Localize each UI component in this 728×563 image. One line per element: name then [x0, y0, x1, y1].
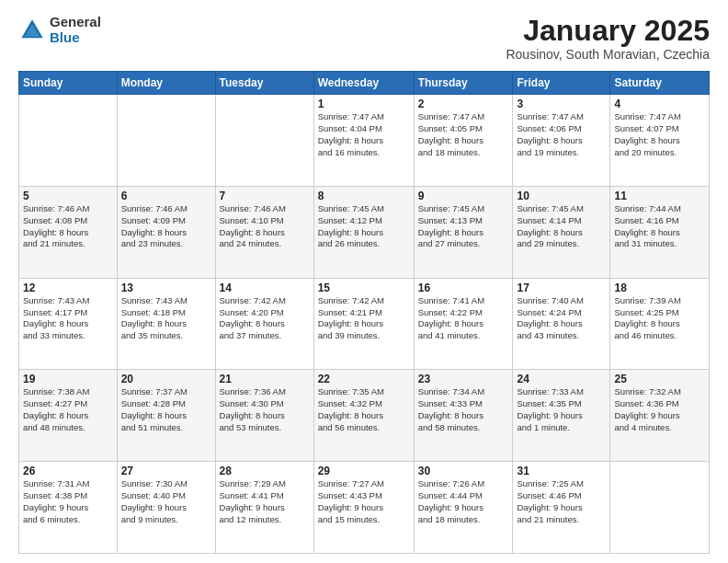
calendar-cell — [610, 462, 710, 554]
day-info: Sunrise: 7:40 AM Sunset: 4:24 PM Dayligh… — [517, 295, 606, 342]
day-info: Sunrise: 7:36 AM Sunset: 4:30 PM Dayligh… — [220, 386, 310, 433]
day-number: 2 — [418, 98, 509, 110]
day-number: 17 — [517, 282, 606, 294]
day-number: 9 — [418, 190, 509, 202]
day-info: Sunrise: 7:46 AM Sunset: 4:09 PM Dayligh… — [121, 203, 211, 250]
day-number: 14 — [220, 282, 310, 294]
day-info: Sunrise: 7:42 AM Sunset: 4:20 PM Dayligh… — [220, 295, 310, 342]
calendar-cell: 19Sunrise: 7:38 AM Sunset: 4:27 PM Dayli… — [19, 370, 118, 462]
weekday-header-thursday: Thursday — [414, 72, 513, 95]
day-info: Sunrise: 7:31 AM Sunset: 4:38 PM Dayligh… — [23, 478, 113, 525]
header: General Blue January 2025 Rousinov, Sout… — [18, 15, 710, 62]
day-info: Sunrise: 7:45 AM Sunset: 4:14 PM Dayligh… — [517, 203, 606, 250]
day-info: Sunrise: 7:37 AM Sunset: 4:28 PM Dayligh… — [121, 386, 211, 433]
weekday-header-monday: Monday — [117, 72, 215, 95]
logo-blue: Blue — [50, 30, 101, 46]
calendar-cell: 24Sunrise: 7:33 AM Sunset: 4:35 PM Dayli… — [513, 370, 610, 462]
day-info: Sunrise: 7:29 AM Sunset: 4:41 PM Dayligh… — [220, 478, 310, 525]
calendar-cell: 4Sunrise: 7:47 AM Sunset: 4:07 PM Daylig… — [610, 95, 710, 187]
day-number: 30 — [418, 465, 509, 477]
calendar-header: SundayMondayTuesdayWednesdayThursdayFrid… — [19, 72, 710, 95]
calendar-cell — [19, 95, 118, 187]
calendar-cell: 3Sunrise: 7:47 AM Sunset: 4:06 PM Daylig… — [513, 95, 610, 187]
day-number: 10 — [517, 190, 606, 202]
day-info: Sunrise: 7:46 AM Sunset: 4:10 PM Dayligh… — [220, 203, 310, 250]
day-number: 20 — [121, 373, 211, 385]
calendar-cell: 6Sunrise: 7:46 AM Sunset: 4:09 PM Daylig… — [117, 186, 215, 278]
day-info: Sunrise: 7:47 AM Sunset: 4:06 PM Dayligh… — [517, 111, 606, 158]
day-info: Sunrise: 7:35 AM Sunset: 4:32 PM Dayligh… — [318, 386, 410, 433]
day-info: Sunrise: 7:46 AM Sunset: 4:08 PM Dayligh… — [23, 203, 113, 250]
day-info: Sunrise: 7:33 AM Sunset: 4:35 PM Dayligh… — [517, 386, 606, 433]
calendar-cell: 15Sunrise: 7:42 AM Sunset: 4:21 PM Dayli… — [313, 278, 414, 370]
logo: General Blue — [18, 15, 101, 45]
calendar-cell: 14Sunrise: 7:42 AM Sunset: 4:20 PM Dayli… — [215, 278, 313, 370]
calendar-cell: 17Sunrise: 7:40 AM Sunset: 4:24 PM Dayli… — [513, 278, 610, 370]
day-number: 21 — [220, 373, 310, 385]
calendar-cell: 20Sunrise: 7:37 AM Sunset: 4:28 PM Dayli… — [117, 370, 215, 462]
calendar-cell: 21Sunrise: 7:36 AM Sunset: 4:30 PM Dayli… — [215, 370, 313, 462]
week-row-5: 26Sunrise: 7:31 AM Sunset: 4:38 PM Dayli… — [19, 462, 710, 554]
day-info: Sunrise: 7:30 AM Sunset: 4:40 PM Dayligh… — [121, 478, 211, 525]
weekday-header-tuesday: Tuesday — [215, 72, 313, 95]
calendar-cell: 1Sunrise: 7:47 AM Sunset: 4:04 PM Daylig… — [313, 95, 414, 187]
day-number: 5 — [23, 190, 113, 202]
day-info: Sunrise: 7:32 AM Sunset: 4:36 PM Dayligh… — [614, 386, 705, 433]
week-row-3: 12Sunrise: 7:43 AM Sunset: 4:17 PM Dayli… — [19, 278, 710, 370]
day-info: Sunrise: 7:41 AM Sunset: 4:22 PM Dayligh… — [418, 295, 509, 342]
calendar-cell: 18Sunrise: 7:39 AM Sunset: 4:25 PM Dayli… — [610, 278, 710, 370]
weekday-header-friday: Friday — [513, 72, 610, 95]
day-number: 11 — [614, 190, 705, 202]
calendar-cell: 10Sunrise: 7:45 AM Sunset: 4:14 PM Dayli… — [513, 186, 610, 278]
day-number: 3 — [517, 98, 606, 110]
day-number: 19 — [23, 373, 113, 385]
day-info: Sunrise: 7:25 AM Sunset: 4:46 PM Dayligh… — [517, 478, 606, 525]
calendar-cell: 25Sunrise: 7:32 AM Sunset: 4:36 PM Dayli… — [610, 370, 710, 462]
calendar-body: 1Sunrise: 7:47 AM Sunset: 4:04 PM Daylig… — [19, 95, 710, 554]
logo-general: General — [50, 15, 101, 30]
day-info: Sunrise: 7:45 AM Sunset: 4:12 PM Dayligh… — [318, 203, 410, 250]
day-number: 26 — [23, 465, 113, 477]
day-number: 7 — [220, 190, 310, 202]
day-number: 18 — [614, 282, 705, 294]
weekday-row: SundayMondayTuesdayWednesdayThursdayFrid… — [19, 72, 710, 95]
day-number: 29 — [318, 465, 410, 477]
logo-text: General Blue — [50, 15, 101, 45]
calendar-cell: 30Sunrise: 7:26 AM Sunset: 4:44 PM Dayli… — [414, 462, 513, 554]
weekday-header-wednesday: Wednesday — [313, 72, 414, 95]
calendar-cell: 23Sunrise: 7:34 AM Sunset: 4:33 PM Dayli… — [414, 370, 513, 462]
day-number: 22 — [318, 373, 410, 385]
day-info: Sunrise: 7:38 AM Sunset: 4:27 PM Dayligh… — [23, 386, 113, 433]
calendar-cell: 13Sunrise: 7:43 AM Sunset: 4:18 PM Dayli… — [117, 278, 215, 370]
day-number: 8 — [318, 190, 410, 202]
week-row-2: 5Sunrise: 7:46 AM Sunset: 4:08 PM Daylig… — [19, 186, 710, 278]
day-info: Sunrise: 7:39 AM Sunset: 4:25 PM Dayligh… — [614, 295, 705, 342]
page: General Blue January 2025 Rousinov, Sout… — [0, 0, 728, 563]
day-info: Sunrise: 7:26 AM Sunset: 4:44 PM Dayligh… — [418, 478, 509, 525]
day-number: 24 — [517, 373, 606, 385]
day-number: 31 — [517, 465, 606, 477]
day-number: 28 — [220, 465, 310, 477]
calendar-cell: 5Sunrise: 7:46 AM Sunset: 4:08 PM Daylig… — [19, 186, 118, 278]
calendar-cell: 28Sunrise: 7:29 AM Sunset: 4:41 PM Dayli… — [215, 462, 313, 554]
day-info: Sunrise: 7:44 AM Sunset: 4:16 PM Dayligh… — [614, 203, 705, 250]
day-info: Sunrise: 7:43 AM Sunset: 4:17 PM Dayligh… — [23, 295, 113, 342]
day-info: Sunrise: 7:47 AM Sunset: 4:04 PM Dayligh… — [318, 111, 410, 158]
calendar-cell: 22Sunrise: 7:35 AM Sunset: 4:32 PM Dayli… — [313, 370, 414, 462]
calendar-cell: 2Sunrise: 7:47 AM Sunset: 4:05 PM Daylig… — [414, 95, 513, 187]
day-number: 15 — [318, 282, 410, 294]
calendar-cell — [215, 95, 313, 187]
calendar-cell: 31Sunrise: 7:25 AM Sunset: 4:46 PM Dayli… — [513, 462, 610, 554]
day-info: Sunrise: 7:27 AM Sunset: 4:43 PM Dayligh… — [318, 478, 410, 525]
day-info: Sunrise: 7:47 AM Sunset: 4:07 PM Dayligh… — [614, 111, 705, 158]
day-number: 6 — [121, 190, 211, 202]
day-number: 1 — [318, 98, 410, 110]
day-number: 16 — [418, 282, 509, 294]
calendar-cell: 29Sunrise: 7:27 AM Sunset: 4:43 PM Dayli… — [313, 462, 414, 554]
day-number: 4 — [614, 98, 705, 110]
day-info: Sunrise: 7:47 AM Sunset: 4:05 PM Dayligh… — [418, 111, 509, 158]
week-row-1: 1Sunrise: 7:47 AM Sunset: 4:04 PM Daylig… — [19, 95, 710, 187]
day-info: Sunrise: 7:45 AM Sunset: 4:13 PM Dayligh… — [418, 203, 509, 250]
week-row-4: 19Sunrise: 7:38 AM Sunset: 4:27 PM Dayli… — [19, 370, 710, 462]
day-number: 27 — [121, 465, 211, 477]
